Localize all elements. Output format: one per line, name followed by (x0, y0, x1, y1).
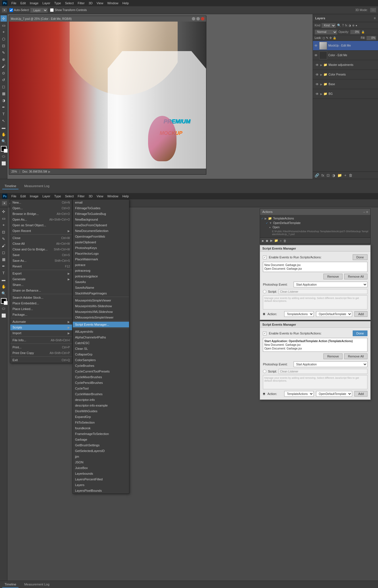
move-tool-2[interactable]: ✣ (1, 208, 7, 215)
layer-item-color-presets[interactable]: 👁 ▶ 📁 Color Presets (313, 70, 378, 79)
sem-remove-all-btn-top[interactable]: Remove All (344, 274, 367, 279)
script-paste-clipboard[interactable]: pasteClipboard (73, 239, 129, 245)
script-open-image-web[interactable]: OpenImageFromWeb (73, 234, 129, 239)
eraser-tool[interactable]: ◻ (1, 83, 7, 90)
menu2-3d[interactable]: 3D (87, 194, 94, 198)
script-cycle-pencil[interactable]: CyclePencilBrushes (73, 380, 129, 386)
menu-exit[interactable]: Exit Ctrl+Q (10, 357, 72, 363)
eraser-tool-2[interactable]: ◻ (1, 249, 7, 256)
script-place-vector[interactable]: PlaceVectorLogo (73, 251, 129, 256)
pen-tool[interactable]: ✒ (1, 104, 7, 110)
layer-item-color-edit[interactable]: 👁 Color - Edit Me (313, 51, 378, 60)
menu-revert[interactable]: Revert F12 (10, 263, 72, 269)
move-tool[interactable]: ✣ (1, 15, 7, 22)
script-new-doc-clipboard[interactable]: newDocFromClipboard (73, 222, 129, 228)
menu-open-recent[interactable]: Open Recent ▶ (10, 228, 72, 234)
menu-type[interactable]: Type (53, 1, 63, 5)
quick-mask-btn-2[interactable]: ⬭ (1, 305, 7, 312)
close-btn[interactable] (201, 17, 204, 20)
foreground-color-2[interactable] (1, 298, 7, 304)
foreground-color[interactable] (1, 146, 7, 152)
script-email[interactable]: email (73, 200, 129, 205)
lasso-tool-2[interactable]: ⌖ (1, 222, 7, 228)
script-dice-guides[interactable]: DiceWithGuides (73, 408, 129, 414)
menu2-type[interactable]: Type (53, 194, 63, 198)
sem-add-btn-top[interactable]: Add (354, 311, 367, 317)
blend-mode-select[interactable]: Normal (315, 30, 337, 35)
menu-window[interactable]: Window (105, 1, 120, 5)
filter-btn-t[interactable]: T (342, 24, 344, 27)
zoom-tool-2[interactable]: 🔍 (1, 290, 7, 296)
menu-place-linked[interactable]: Place Linked... (10, 306, 72, 312)
sem-done-btn-bottom[interactable]: Done (353, 330, 367, 336)
zoom-tool[interactable]: 🔍 (1, 138, 7, 144)
layer-item-base[interactable]: 👁 ▶ 📁 Base (313, 79, 378, 89)
script-json[interactable]: JSON (73, 459, 129, 465)
text-tool[interactable]: T (1, 111, 7, 117)
layer-eye-1[interactable]: 👁 (314, 53, 318, 57)
menu2-select[interactable]: Select (63, 194, 76, 198)
script-omouseprints[interactable]: OMouseprintsSimpleViewer (73, 315, 129, 320)
delete-layer-btn[interactable]: 🗑 (349, 173, 352, 177)
text-tool-2[interactable]: T (1, 270, 7, 276)
sem-action-select-1-top[interactable]: TemplateActions (284, 311, 314, 317)
minimize-btn[interactable] (192, 17, 195, 20)
add-mask-btn[interactable]: ⊡ (327, 173, 330, 177)
script-clean-sl[interactable]: Clean SL (73, 346, 129, 351)
script-mouseprints-viewer[interactable]: MouseprintsSimpleViewer (73, 298, 129, 303)
sem-add-btn-bottom[interactable]: Add (354, 391, 367, 397)
sem-action-radio-bottom[interactable] (263, 392, 265, 396)
menu-3d[interactable]: 3D (87, 1, 94, 5)
script-cycle-tool-presets[interactable]: CycleCurrentToolPresets (73, 369, 129, 374)
menu-select[interactable]: Select (63, 1, 76, 5)
auto-select-checkbox[interactable] (9, 8, 13, 12)
script-fitimage-guides-bug[interactable]: FitImageToGuidesBug (73, 211, 129, 217)
menu-save[interactable]: Save Ctrl+S (10, 252, 72, 258)
menu-scripts[interactable]: Scripts ▶ (10, 325, 72, 330)
fill-input[interactable] (366, 36, 376, 40)
spot-heal-tool[interactable]: ⊕ (1, 56, 7, 62)
menu-share-behance[interactable]: Share on Behance... (10, 288, 72, 293)
menu-stock[interactable]: Search Adobe Stock... (10, 295, 72, 300)
timeline-tab[interactable]: Timeline (2, 183, 18, 189)
maximize-btn[interactable] (196, 17, 200, 20)
transform-checkbox[interactable] (50, 8, 54, 12)
layer-item-mockup-edit[interactable]: 👁 MockUp - Edit Me (313, 41, 378, 51)
script-layerbounds[interactable]: Layerbounds (73, 471, 129, 476)
menu-close-bridge[interactable]: Close and Go to Bridge... Shift+Ctrl+W (10, 246, 72, 252)
menu-new[interactable]: New... Ctrl+N (10, 200, 72, 205)
menu-file[interactable]: File (10, 1, 18, 5)
sem-event-2[interactable]: Open Document: Garbage.jsx (264, 267, 366, 271)
sem-action-radio-top[interactable] (263, 312, 265, 316)
new-group-btn[interactable]: 📁 (337, 173, 342, 177)
new-adj-btn[interactable]: ◑ (332, 173, 335, 177)
script-garbage[interactable]: Garbage (73, 437, 129, 442)
sem-remove-all-btn-bottom[interactable]: Remove All (344, 353, 367, 359)
script-events-manager[interactable]: Script Events Manager... (73, 322, 129, 327)
filter-btn-smart[interactable]: ⊕ (352, 24, 354, 27)
sem-script-input-top[interactable] (279, 289, 367, 294)
script-cycle-brushes[interactable]: CycleBrushes (73, 363, 129, 369)
script-saveas[interactable]: SaveAs (73, 279, 129, 285)
menu-open[interactable]: Open... Ctrl+O (10, 205, 72, 211)
sem-script-radio-bottom[interactable] (263, 370, 266, 373)
history-brush-tool[interactable]: ↺ (1, 77, 7, 83)
play-btn[interactable]: ▶ (270, 239, 273, 242)
shape-tool[interactable]: ▬ (1, 124, 7, 131)
sem-event-opendoc-bottom[interactable]: Open Document: Garbage.jsx (264, 347, 366, 350)
screen-mode-btn[interactable]: ⬜ (1, 160, 7, 166)
script-descriptor-info[interactable]: descriptor-info (73, 397, 129, 403)
script-new-doc-selection[interactable]: NewDocumentSelection (73, 228, 129, 234)
panel-menu-btn[interactable]: ≡ (374, 16, 376, 20)
tool-preset-btn-2[interactable]: ▾ (2, 201, 7, 206)
menu-open-as[interactable]: Open As... Alt+Shift+Ctrl+O (10, 217, 72, 222)
template-actions-group[interactable]: ✓ ▶ 📁 TemplateActions (261, 216, 369, 221)
layer-eye-3[interactable]: 👁 (315, 73, 319, 77)
new-layer-btn[interactable]: + (344, 173, 346, 177)
sem-remove-btn-top[interactable]: Remove (323, 274, 342, 279)
lock-all-btn[interactable]: 🔒 (333, 36, 336, 39)
menu-layer[interactable]: Layer (41, 1, 52, 5)
eyedropper-tool[interactable]: ✎ (1, 49, 7, 56)
open-default-template-action[interactable]: ✓ ▼ OpenDefaultTemplate (261, 221, 369, 225)
hand-tool-2[interactable]: ✋ (1, 283, 7, 290)
